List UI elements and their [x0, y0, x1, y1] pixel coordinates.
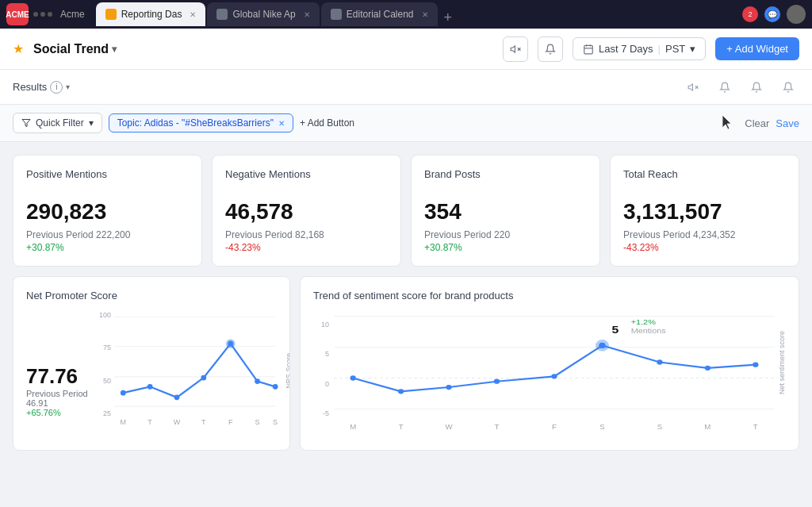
sub-header: Results i ▾	[0, 70, 812, 105]
nps-y-axis-label: NPS Score	[285, 353, 290, 389]
chrome-right: 2 💬	[742, 5, 806, 24]
dashboard-title: Social Trend ▾	[33, 42, 117, 56]
quick-filter-button[interactable]: Quick Filter ▾	[13, 113, 102, 133]
bottom-charts-row: Net Promoter Score 77.76 Previous Period…	[13, 276, 799, 451]
new-tab-button[interactable]: +	[439, 10, 458, 26]
metric-change-positive: +30.87%	[26, 242, 189, 253]
nps-prev: Previous Period 46.91	[26, 389, 90, 408]
svg-point-22	[273, 384, 278, 390]
filter-tag-adidas[interactable]: Topic: Adidas - "#SheBreaksBarriers" ✕	[109, 113, 293, 133]
sentiment-chart-title: Trend of sentiment score for brand produ…	[313, 290, 786, 302]
metric-title-brand-posts: Brand Posts	[424, 168, 587, 180]
app-header: ★ Social Trend ▾ Last 7 Days | PST ▾ + A…	[0, 29, 812, 70]
svg-point-17	[174, 394, 180, 400]
nps-value: 77.76	[26, 364, 90, 389]
tab-reporting-das[interactable]: Reporting Das ✕	[96, 2, 206, 26]
filter-tag-text: Topic: Adidas - "#SheBreaksBarriers"	[117, 117, 274, 129]
sub-bell-icon-3[interactable]	[777, 76, 799, 98]
sentiment-y-mid: 5	[313, 350, 329, 358]
filter-icon	[21, 118, 31, 128]
tab-close-nike[interactable]: ✕	[304, 10, 310, 19]
tab-icon-nike	[216, 9, 228, 20]
metric-title-total-reach: Total Reach	[623, 168, 786, 180]
nps-y-low: 50	[99, 377, 111, 385]
tab-close-reporting[interactable]: ✕	[190, 10, 196, 19]
cursor-area	[722, 115, 738, 131]
svg-text:T: T	[753, 423, 758, 430]
svg-point-37	[494, 379, 500, 384]
svg-text:T: T	[147, 418, 152, 426]
svg-text:W: W	[174, 418, 181, 426]
calendar-icon	[583, 44, 594, 55]
results-dropdown-arrow-icon[interactable]: ▾	[66, 83, 70, 91]
svg-text:M: M	[121, 418, 127, 426]
tab-icon-editorial	[331, 9, 342, 20]
metric-title-negative: Negative Mentions	[225, 168, 388, 180]
tab-global-nike[interactable]: Global Nike Ap ✕	[207, 2, 319, 26]
svg-point-40	[599, 343, 605, 348]
tab-label-nike: Global Nike Ap	[232, 9, 295, 20]
svg-text:T: T	[201, 418, 206, 426]
metric-change-negative: -43.23%	[225, 242, 388, 253]
timezone-chevron-icon: ▾	[690, 43, 695, 55]
metric-value-positive: 290,823	[26, 199, 189, 225]
tab-close-editorial[interactable]: ✕	[422, 10, 428, 19]
metric-prev-positive: Previous Period 222,200	[26, 229, 189, 240]
date-range-label: Last 7 Days	[599, 43, 653, 55]
svg-text:S: S	[657, 423, 662, 430]
svg-text:5: 5	[612, 324, 619, 336]
svg-point-21	[255, 378, 260, 384]
svg-text:W: W	[445, 423, 453, 430]
svg-marker-0	[511, 45, 515, 52]
add-button[interactable]: + Add Button	[300, 117, 354, 129]
svg-rect-3	[584, 45, 593, 54]
svg-text:M: M	[704, 423, 710, 430]
nps-line-chart: M T W T F S S	[114, 308, 275, 433]
info-icon[interactable]: i	[50, 81, 63, 94]
nps-y-mid: 75	[99, 344, 111, 351]
nps-y-max: 100	[99, 311, 111, 319]
svg-text:M: M	[350, 423, 356, 430]
filter-tag-close-icon[interactable]: ✕	[278, 119, 285, 128]
bell-icon[interactable]	[538, 36, 563, 62]
sub-bell-icon-2[interactable]	[745, 76, 768, 98]
tab-editorial[interactable]: Editorial Calend ✕	[321, 2, 438, 26]
nps-chart-card: Net Promoter Score 77.76 Previous Period…	[13, 276, 290, 451]
svg-point-35	[398, 389, 404, 394]
sentiment-y-max: 10	[313, 321, 329, 328]
svg-point-20	[228, 341, 233, 347]
sub-bell-icon-1[interactable]	[714, 76, 736, 98]
nps-y-min: 25	[99, 409, 111, 417]
svg-point-16	[147, 384, 153, 390]
results-section: Results i ▾	[13, 81, 70, 94]
chrome-app-name: Acme	[60, 9, 85, 20]
favorite-star-icon[interactable]: ★	[13, 41, 24, 56]
save-filter-button[interactable]: Save	[776, 117, 799, 129]
cursor-icon	[722, 115, 735, 131]
add-widget-button[interactable]: + Add Widget	[715, 37, 799, 60]
sub-mute-icon-1[interactable]	[682, 76, 704, 98]
user-avatar[interactable]	[787, 5, 806, 24]
metric-prev-negative: Previous Period 82,168	[225, 229, 388, 240]
svg-point-42	[705, 366, 710, 371]
svg-text:+1.2%: +1.2%	[631, 318, 656, 326]
chat-icon[interactable]: 💬	[764, 6, 780, 22]
sentiment-y-axis-label: Net sentiment score	[778, 331, 786, 394]
svg-text:S: S	[599, 423, 604, 430]
date-range-button[interactable]: Last 7 Days | PST ▾	[573, 37, 706, 60]
svg-point-43	[753, 362, 758, 367]
notification-badge[interactable]: 2	[742, 6, 758, 22]
metric-change-total-reach: -43.23%	[623, 242, 786, 253]
mute-icon-1[interactable]	[503, 36, 528, 62]
nps-chart-title: Net Promoter Score	[26, 290, 277, 302]
svg-text:S: S	[255, 418, 260, 426]
app-logo: ACME	[6, 3, 29, 25]
metric-value-negative: 46,578	[225, 199, 388, 225]
svg-text:S: S	[273, 418, 278, 426]
title-dropdown-chevron-icon[interactable]: ▾	[112, 44, 117, 55]
metric-prev-total-reach: Previous Period 4,234,352	[623, 229, 786, 240]
metrics-row: Positive Mentions 290,823 Previous Perio…	[13, 155, 799, 267]
metric-value-total-reach: 3,131,507	[623, 199, 786, 225]
metric-prev-brand-posts: Previous Period 220	[424, 229, 587, 240]
clear-filter-button[interactable]: Clear	[745, 117, 769, 129]
